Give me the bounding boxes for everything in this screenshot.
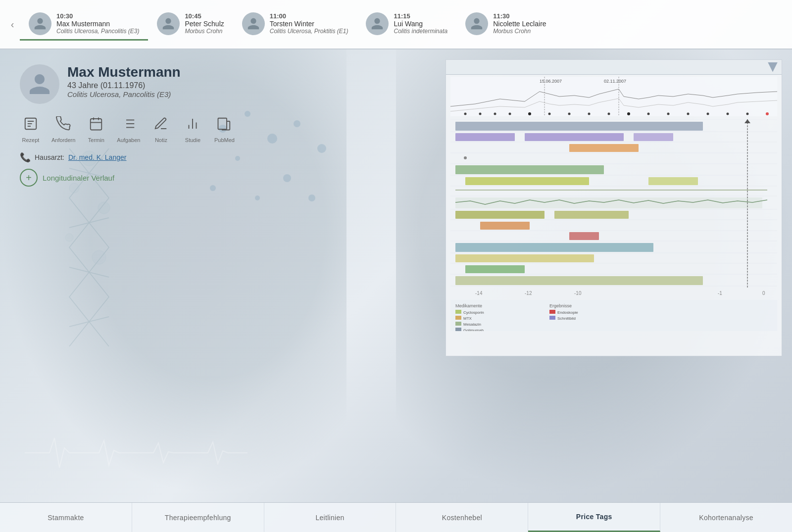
svg-rect-73 — [648, 177, 698, 185]
svg-point-45 — [509, 113, 511, 115]
patient-item-4[interactable]: 11:15 Lui Wang Colitis indeterminata — [357, 8, 456, 41]
patient-time-4: 11:15 — [394, 12, 447, 20]
longitudinal-verlauf-section[interactable]: + Longitudinaler Verlauf — [20, 169, 235, 187]
svg-rect-88 — [455, 254, 594, 262]
svg-point-46 — [528, 112, 531, 115]
header-bar: ‹ 10:30 Max Mustermann Colitis Ulcerosa,… — [0, 0, 792, 49]
svg-rect-112 — [549, 310, 555, 314]
patient-avatar-3 — [242, 12, 265, 35]
patient-diagnosis-5: Morbus Crohn — [493, 28, 546, 35]
svg-text:02.11.2007: 02.11.2007 — [604, 79, 626, 84]
svg-rect-62 — [455, 133, 515, 141]
patient-name-4: Lui Wang — [394, 20, 447, 28]
notiz-icon — [150, 113, 172, 135]
hausarzt-label: Hausarzt: — [35, 153, 64, 161]
svg-rect-63 — [525, 133, 624, 141]
termin-icon — [85, 113, 107, 135]
aufgaben-label: Aufgaben — [117, 137, 140, 143]
chart-header — [446, 60, 782, 75]
nav-back-button[interactable]: ‹ — [5, 17, 20, 32]
patient-detail-name: Max Mustermann — [67, 64, 181, 80]
svg-point-44 — [494, 113, 496, 115]
patient-info-2: 10:45 Peter Schulz Morbus Crohn — [185, 12, 224, 35]
svg-rect-60 — [455, 122, 703, 131]
nav-item-kostenhebel[interactable]: Kostenhebel — [396, 503, 528, 532]
nav-label-kostenhebel: Kostenhebel — [442, 514, 482, 522]
svg-text:Mesalazin: Mesalazin — [463, 322, 481, 327]
patient-item-2[interactable]: 10:45 Peter Schulz Morbus Crohn — [148, 8, 233, 41]
svg-point-53 — [667, 113, 670, 115]
svg-point-52 — [647, 113, 650, 115]
svg-point-47 — [548, 113, 551, 115]
studie-label: Studie — [185, 137, 200, 143]
pubmed-button[interactable]: PubMed — [213, 113, 235, 143]
chart-control-button[interactable] — [768, 62, 778, 72]
rezept-button[interactable]: Rezept — [20, 113, 42, 143]
svg-rect-103 — [455, 310, 461, 314]
pubmed-icon — [213, 113, 235, 135]
nav-label-price-tags: Price Tags — [576, 513, 612, 521]
patient-avatar-1 — [29, 12, 51, 35]
chart-area: 15.06.2007 02.11.2007 — [446, 59, 782, 356]
patient-time-5: 11:30 — [493, 12, 546, 20]
patient-name-5: Nicolette Leclaire — [493, 20, 546, 28]
nav-item-therapieempfehlung[interactable]: Therapieempfehlung — [132, 503, 264, 532]
svg-point-48 — [568, 113, 571, 115]
patient-avatar-5 — [465, 12, 488, 35]
svg-rect-79 — [455, 211, 544, 219]
svg-point-57 — [746, 113, 749, 115]
aufgaben-button[interactable]: Aufgaben — [117, 113, 140, 143]
action-icons-row: Rezept Anfordern Termin Au — [20, 113, 235, 143]
nav-item-kohortenanalyse[interactable]: Kohortenanalyse — [660, 503, 792, 532]
svg-rect-72 — [465, 177, 589, 185]
svg-text:Endoskopie: Endoskopie — [557, 310, 578, 315]
patient-detail-age: 43 Jahre (01.11.1976) — [67, 81, 181, 90]
svg-text:Ergebnisse: Ergebnisse — [549, 303, 572, 308]
svg-rect-90 — [465, 265, 525, 273]
patient-item-1[interactable]: 10:30 Max Mustermann Colitis Ulcerosa, P… — [20, 8, 148, 41]
svg-rect-92 — [455, 276, 703, 285]
termin-button[interactable]: Termin — [85, 113, 107, 143]
svg-rect-86 — [455, 243, 653, 252]
svg-point-54 — [687, 113, 690, 115]
svg-point-55 — [707, 113, 709, 115]
svg-rect-109 — [455, 328, 461, 331]
svg-text:Medikamente: Medikamente — [455, 303, 482, 308]
svg-rect-23 — [91, 119, 102, 130]
nav-label-kohortenanalyse: Kohortenanalyse — [699, 514, 753, 522]
nav-item-stammakte[interactable]: Stammakte — [0, 503, 132, 532]
pubmed-label: PubMed — [214, 137, 235, 143]
patient-item-3[interactable]: 11:00 Torsten Winter Colitis Ulcerosa, P… — [233, 8, 357, 41]
svg-text:0: 0 — [762, 290, 765, 296]
svg-point-58 — [766, 112, 769, 115]
patient-detail-card: Max Mustermann 43 Jahre (01.11.1976) Col… — [20, 64, 235, 187]
main-content: Max Mustermann 43 Jahre (01.11.1976) Col… — [0, 49, 792, 502]
nav-item-leitlinien[interactable]: Leitlinien — [264, 503, 396, 532]
svg-point-49 — [588, 113, 591, 115]
patient-item-5[interactable]: 11:30 Nicolette Leclaire Morbus Crohn — [456, 8, 555, 41]
anfordern-label: Anfordern — [51, 137, 75, 143]
anfordern-button[interactable]: Anfordern — [51, 113, 75, 143]
nav-item-price-tags[interactable]: Price Tags — [528, 503, 660, 532]
termin-label: Termin — [88, 137, 104, 143]
patient-name-1: Max Mustermann — [56, 20, 139, 28]
patient-name-2: Peter Schulz — [185, 20, 224, 28]
svg-rect-36 — [218, 118, 227, 130]
top-line-chart: 15.06.2007 02.11.2007 — [448, 77, 780, 116]
aufgaben-icon — [118, 113, 140, 135]
svg-rect-66 — [569, 144, 639, 152]
studie-button[interactable]: Studie — [182, 113, 203, 143]
notiz-button[interactable]: Notiz — [150, 113, 172, 143]
svg-rect-84 — [569, 232, 599, 240]
patient-info-3: 11:00 Torsten Winter Colitis Ulcerosa, P… — [270, 12, 348, 35]
nav-label-therapieempfehlung: Therapieempfehlung — [165, 514, 231, 522]
svg-point-50 — [608, 113, 610, 115]
svg-text:Schnittbild: Schnittbild — [557, 316, 576, 321]
svg-text:Golimumab: Golimumab — [463, 328, 484, 331]
hausarzt-link[interactable]: Dr. med. K. Langer — [68, 153, 127, 161]
svg-text:-1: -1 — [718, 290, 722, 296]
patient-detail-header: Max Mustermann 43 Jahre (01.11.1976) Col… — [20, 64, 235, 104]
anfordern-icon — [52, 113, 74, 135]
svg-point-68 — [464, 156, 467, 159]
patient-avatar-2 — [157, 12, 180, 35]
